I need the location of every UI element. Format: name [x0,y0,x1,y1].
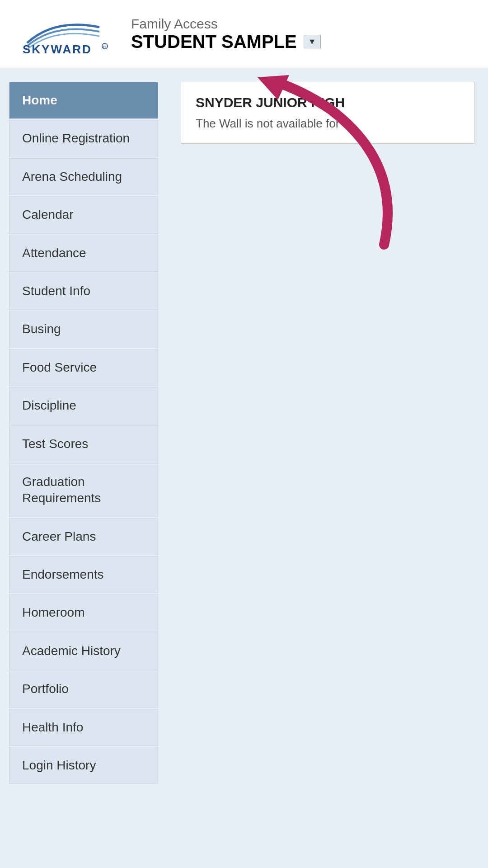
svg-text:R: R [103,45,106,49]
sidebar-item-attendance[interactable]: Attendance [9,235,158,272]
sidebar-item-home[interactable]: Home [9,82,158,119]
svg-text:SKYWARD: SKYWARD [23,42,92,54]
sidebar-item-login-history[interactable]: Login History [9,747,158,784]
content-card: SNYDER JUNIOR HIGH The Wall is not avail… [181,82,474,144]
sidebar-item-test-scores[interactable]: Test Scores [9,425,158,462]
sidebar-item-calendar[interactable]: Calendar [9,196,158,233]
sidebar-item-career-plans[interactable]: Career Plans [9,518,158,555]
content-card-text: The Wall is not available for [196,117,460,131]
sidebar-item-portfolio[interactable]: Portfolio [9,670,158,708]
sidebar-item-arena-scheduling[interactable]: Arena Scheduling [9,158,158,195]
sidebar-item-endorsements[interactable]: Endorsements [9,556,158,593]
student-name: STUDENT SAMPLE ▼ [131,32,321,52]
student-dropdown-button[interactable]: ▼ [304,35,321,48]
content-area: SNYDER JUNIOR HIGH The Wall is not avail… [167,82,488,785]
sidebar-item-graduation-requirements[interactable]: Graduation Requirements [9,463,158,517]
sidebar-item-discipline[interactable]: Discipline [9,387,158,424]
header-text: Family Access STUDENT SAMPLE ▼ [131,16,321,52]
sidebar: HomeOnline RegistrationArena SchedulingC… [0,82,167,785]
logo-area: SKYWARD R [18,14,117,54]
skyward-logo: SKYWARD R [18,14,117,54]
main-layout: HomeOnline RegistrationArena SchedulingC… [0,68,488,785]
student-name-text: STUDENT SAMPLE [131,32,297,52]
sidebar-item-busing[interactable]: Busing [9,311,158,348]
sidebar-item-online-registration[interactable]: Online Registration [9,120,158,157]
family-access-label: Family Access [131,16,321,32]
sidebar-item-homeroom[interactable]: Homeroom [9,594,158,631]
sidebar-item-student-info[interactable]: Student Info [9,273,158,310]
content-card-title: SNYDER JUNIOR HIGH [196,95,460,110]
header: SKYWARD R Family Access STUDENT SAMPLE ▼ [0,0,488,68]
sidebar-item-academic-history[interactable]: Academic History [9,632,158,670]
sidebar-item-food-service[interactable]: Food Service [9,349,158,386]
sidebar-item-health-info[interactable]: Health Info [9,709,158,746]
